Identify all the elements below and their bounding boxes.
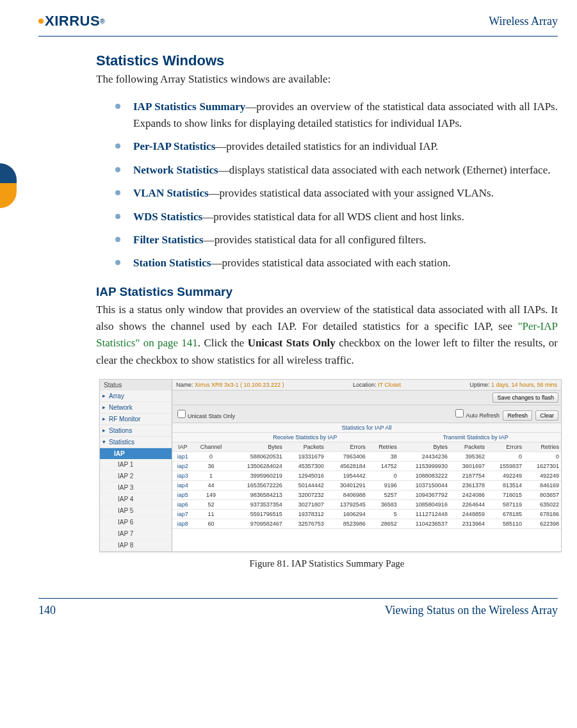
table-cell: 1954442: [326, 471, 368, 480]
sidebar-sub-iap6[interactable]: IAP 6: [100, 517, 172, 528]
body-text: . Click the: [198, 337, 248, 349]
table-cell: 9196: [368, 480, 399, 490]
refresh-button[interactable]: Refresh: [503, 410, 532, 421]
table-cell: 11: [193, 509, 229, 519]
list-item: VLAN Statistics—provides statistical dat…: [115, 185, 558, 202]
table-cell: 32007232: [284, 490, 326, 499]
clear-button[interactable]: Clear: [535, 410, 558, 421]
table-cell[interactable]: iap6: [172, 499, 193, 509]
col-rx-errors: Errors: [326, 442, 368, 452]
section-title: Statistics Windows: [96, 53, 558, 69]
name-value: Xirrus XR8 3x3-1 ( 10.100.23.222 ): [195, 382, 284, 388]
sidebar-item-rfmonitor[interactable]: RF Monitor: [100, 414, 172, 425]
table-cell: 492249: [524, 471, 561, 480]
sidebar-item-stations[interactable]: Stations: [100, 425, 172, 437]
list-term[interactable]: Network Statistics: [133, 164, 218, 176]
table-row: iap2361350628402445357300456281841475211…: [172, 461, 561, 471]
sidebar-sub-iap2[interactable]: IAP 2: [100, 471, 172, 482]
page-footer: 140 Viewing Status on the Wireless Array: [38, 598, 558, 617]
list-item: Station Statistics—provides statistical …: [115, 255, 558, 271]
table-cell[interactable]: iap7: [172, 509, 193, 519]
list-term[interactable]: IAP Statistics Summary: [133, 101, 245, 113]
list-term[interactable]: Per-IAP Statistics: [133, 140, 215, 152]
table-cell: 2264644: [450, 499, 487, 509]
table-cell: 38: [368, 451, 399, 461]
col-rx-retries: Retries: [368, 442, 399, 452]
table-cell: 9373537354: [229, 499, 284, 509]
sidebar-item-array[interactable]: Array: [100, 391, 172, 402]
table-cell: 0: [193, 451, 229, 461]
autorefresh-label-text: Auto Refresh: [466, 412, 500, 419]
table-row: iap3139959602191294501619544420108808322…: [172, 471, 561, 480]
table-cell[interactable]: iap5: [172, 490, 193, 499]
table-cell: 803657: [524, 490, 561, 499]
table-cell: 0: [368, 471, 399, 480]
list-term[interactable]: Station Statistics: [133, 257, 211, 269]
list-term[interactable]: Filter Statistics: [133, 234, 204, 246]
unicast-label-text: Unicast Stats Only: [188, 413, 235, 419]
list-desc: —displays statistical data associated wi…: [218, 164, 551, 176]
autorefresh-checkbox-label[interactable]: Auto Refresh: [453, 412, 500, 419]
table-cell: 9709582467: [229, 519, 284, 528]
unicast-checkbox[interactable]: [177, 410, 186, 418]
save-to-flash-button[interactable]: Save changes to flash: [492, 392, 558, 403]
autorefresh-checkbox[interactable]: [455, 409, 464, 417]
table-row: iap1058806205311933167978634063824434236…: [172, 451, 561, 461]
col-rx-bytes: Bytes: [229, 442, 284, 452]
header-right: Wireless Array: [489, 15, 558, 28]
sidebar-item-iap-selected[interactable]: IAP: [100, 448, 172, 459]
table-cell[interactable]: iap4: [172, 480, 193, 490]
list-desc: —provides detailed statistics for an ind…: [215, 140, 438, 152]
table-cell: 19378312: [284, 509, 326, 519]
sidebar-sub-iap3[interactable]: IAP 3: [100, 482, 172, 494]
rx-header: Receive Statistics by IAP: [220, 433, 391, 442]
list-desc: —provides statistical data for all confi…: [204, 234, 427, 246]
table-row: iap7115591796515193783121606294511127124…: [172, 509, 561, 519]
list-item: Per-IAP Statistics—provides detailed sta…: [115, 138, 558, 155]
col-tx-errors: Errors: [487, 442, 524, 452]
table-cell: 1153999930: [399, 461, 450, 471]
table-cell[interactable]: iap2: [172, 461, 193, 471]
table-cell: 1559837: [487, 461, 524, 471]
sidebar-sub-iap5[interactable]: IAP 5: [100, 505, 172, 517]
col-tx-packets: Packets: [450, 442, 487, 452]
screenshot-panel: Status Array Network RF Monitor Stations…: [99, 379, 562, 552]
list-term[interactable]: WDS Statistics: [133, 211, 202, 223]
body-text: This is a status only window that provid…: [96, 303, 558, 332]
brand-text: XIRRUS: [45, 13, 100, 29]
table-cell: 36: [193, 461, 229, 471]
table-cell[interactable]: iap3: [172, 471, 193, 480]
table-row: iap6529373537354302718071379254536583108…: [172, 499, 561, 509]
table-cell[interactable]: iap1: [172, 451, 193, 461]
sidebar-sub-iap1[interactable]: IAP 1: [100, 459, 172, 471]
col-iap: IAP: [172, 442, 193, 452]
sidebar-item-statistics[interactable]: Statistics: [100, 437, 172, 448]
logo-dot-icon: [38, 19, 44, 24]
uptime-field: Uptime: 1 days, 14 hours, 56 mins: [469, 382, 557, 388]
table-cell: 50144442: [284, 480, 326, 490]
table-cell: 0: [524, 451, 561, 461]
sidebar-sub-iap4[interactable]: IAP 4: [100, 494, 172, 505]
list-item: WDS Statistics—provides statistical data…: [115, 209, 558, 225]
page-header: XIRRUS® Wireless Array: [38, 13, 558, 36]
sidebar-header: Status: [100, 380, 172, 391]
list-desc: —provides statistical data associated wi…: [211, 257, 450, 269]
table-cell: 635022: [524, 499, 561, 509]
sidebar-sub-iap8[interactable]: IAP 8: [100, 540, 172, 551]
table-cell: 19331679: [284, 451, 326, 461]
sidebar-sub-iap7[interactable]: IAP 7: [100, 528, 172, 540]
list-term[interactable]: VLAN Statistics: [133, 187, 209, 199]
col-tx-retries: Retries: [524, 442, 561, 452]
table-cell: 3995960219: [229, 471, 284, 480]
sidebar-item-network[interactable]: Network: [100, 402, 172, 414]
table-cell: 30401291: [326, 480, 368, 490]
table-cell: 16535672226: [229, 480, 284, 490]
table-cell: 1088083222: [399, 471, 450, 480]
table-cell[interactable]: iap8: [172, 519, 193, 528]
unicast-checkbox-label[interactable]: Unicast Stats Only: [175, 408, 235, 420]
stats-title: Statistics for IAP All: [172, 423, 561, 433]
table-row: iap8609709582467325767538523986286521104…: [172, 519, 561, 528]
section-intro: The following Array Statistics windows a…: [96, 72, 558, 87]
uptime-value: 1 days, 14 hours, 56 mins: [491, 382, 557, 388]
table-cell: 1627301: [524, 461, 561, 471]
